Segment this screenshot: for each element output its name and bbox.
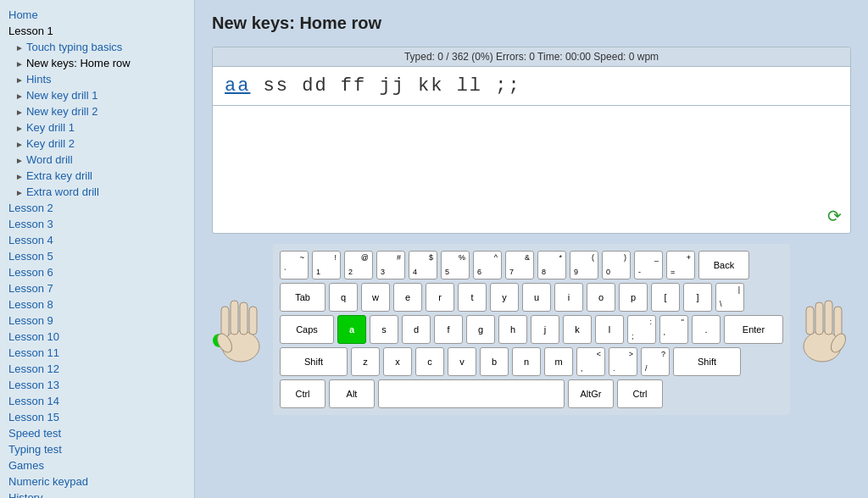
key-caps[interactable]: Caps [280,315,334,344]
key-s[interactable]: s [370,315,398,344]
key->[interactable]: >. [609,347,637,376]
sidebar-item-typing-test[interactable]: Typing test [0,441,194,457]
sidebar-item-home[interactable]: Home [0,7,194,23]
key-o[interactable]: o [587,283,615,312]
sidebar-item-history[interactable]: History [0,490,194,498]
key-^[interactable]: ^6 [473,251,502,279]
sidebar-item-lesson-12[interactable]: Lesson 12 [0,361,194,377]
key-![interactable]: !1 [312,251,341,279]
key-q[interactable]: q [329,283,358,312]
sidebar-item-numeric-keypad[interactable]: Numeric keypad [0,473,194,490]
sidebar-item-extra-key-drill[interactable]: ►Extra key drill [0,168,194,184]
sidebar-item-lesson-15[interactable]: Lesson 15 [0,409,194,425]
key-d[interactable]: d [402,315,431,344]
key-space[interactable] [378,379,565,408]
key-*[interactable]: *8 [537,251,566,279]
sidebar-item-hints[interactable]: ►Hints [0,71,194,87]
key-][interactable]: ] [683,283,712,312]
key-n[interactable]: n [512,347,541,376]
key-?[interactable]: ?/ [641,347,670,376]
key-m[interactable]: m [544,347,573,376]
key-i[interactable]: i [554,283,583,312]
key-sub-label: 0 [606,268,610,276]
right-hand-svg [797,294,852,366]
key-z[interactable]: z [351,347,380,376]
key-sub-label: ' [664,333,665,340]
typing-input[interactable] [213,106,850,233]
sidebar-item-extra-word-drill[interactable]: ►Extra word drill [0,184,194,200]
refresh-icon[interactable]: ⟳ [827,206,842,226]
sidebar-item-key-drill-2[interactable]: ►Key drill 2 [0,136,194,152]
sidebar-item-lesson-9[interactable]: Lesson 9 [0,313,194,329]
key-main-label: [ [664,292,666,302]
sidebar-item-lesson-5[interactable]: Lesson 5 [0,248,194,264]
key-t[interactable]: t [458,283,487,312]
key-%[interactable]: %5 [441,251,470,279]
key-x[interactable]: x [383,347,412,376]
key-#[interactable]: #3 [376,251,405,279]
key-ctrl[interactable]: Ctrl [280,379,326,408]
key-top-label: % [459,254,465,262]
key-sub-label: 7 [509,268,514,276]
key-j[interactable]: j [531,315,559,344]
key-g[interactable]: g [466,315,495,344]
key-c[interactable]: c [415,347,444,376]
key-.[interactable]: . [692,315,721,344]
key-row-4: CtrlAltAltGrCtrl [280,379,783,408]
key-shift[interactable]: Shift [673,347,741,376]
key-|[interactable]: |\ [715,283,744,312]
sidebar-item-lesson-3[interactable]: Lesson 3 [0,216,194,232]
key-b[interactable]: b [480,347,509,376]
sidebar-item-touch-typing-basics[interactable]: ►Touch typing basics [0,39,194,55]
key-:[interactable]: :; [627,315,656,344]
key-tab[interactable]: Tab [280,283,326,312]
sidebar-item-lesson-7[interactable]: Lesson 7 [0,280,194,296]
key-)[interactable]: )0 [602,251,631,279]
key-w[interactable]: w [361,283,390,312]
key-v[interactable]: v [448,347,476,376]
sidebar-item-new-key-drill-2[interactable]: ►New key drill 2 [0,103,194,119]
key-@[interactable]: @2 [344,251,373,279]
key-([interactable]: (9 [570,251,598,279]
key-"[interactable]: "' [659,315,688,344]
sidebar-item-lesson-13[interactable]: Lesson 13 [0,377,194,393]
key-main-label: Shift [304,357,323,367]
key-u[interactable]: u [522,283,551,312]
sidebar-item-lesson-8[interactable]: Lesson 8 [0,296,194,313]
sidebar-item-speed-test[interactable]: Speed test [0,425,194,441]
sidebar-item-word-drill[interactable]: ►Word drill [0,152,194,168]
key-top-label: : [649,318,652,326]
sidebar-item-new-key-drill-1[interactable]: ►New key drill 1 [0,87,194,103]
key-$[interactable]: $4 [409,251,437,279]
key-alt[interactable]: Alt [329,379,375,408]
sidebar-item-lesson-2[interactable]: Lesson 2 [0,200,194,216]
key-k[interactable]: k [563,315,592,344]
key-h[interactable]: h [498,315,527,344]
key-back[interactable]: Back [698,251,749,279]
key-ctrl[interactable]: Ctrl [617,379,663,408]
key-shift[interactable]: Shift [280,347,348,376]
key-~[interactable]: ~` [280,251,309,279]
key-&[interactable]: &7 [505,251,534,279]
key-enter[interactable]: Enter [724,315,783,344]
sidebar-item-games[interactable]: Games [0,457,194,473]
sidebar-item-lesson-14[interactable]: Lesson 14 [0,393,194,409]
sidebar-item-lesson-4[interactable]: Lesson 4 [0,232,194,248]
svg-rect-10 [806,307,814,335]
key-[[interactable]: [ [651,283,680,312]
key-altgr[interactable]: AltGr [568,379,614,408]
key-r[interactable]: r [426,283,454,312]
key-y[interactable]: y [490,283,519,312]
sidebar-item-lesson-10[interactable]: Lesson 10 [0,329,194,345]
key-e[interactable]: e [393,283,422,312]
key-_[interactable]: _- [634,251,663,279]
key-<[interactable]: <, [576,347,605,376]
key-+[interactable]: += [666,251,695,279]
sidebar-item-lesson-6[interactable]: Lesson 6 [0,264,194,280]
key-p[interactable]: p [619,283,648,312]
sidebar-item-lesson-11[interactable]: Lesson 11 [0,345,194,361]
key-a[interactable]: a [337,315,366,344]
key-l[interactable]: l [595,315,624,344]
sidebar-item-key-drill-1[interactable]: ►Key drill 1 [0,119,194,136]
key-f[interactable]: f [434,315,463,344]
